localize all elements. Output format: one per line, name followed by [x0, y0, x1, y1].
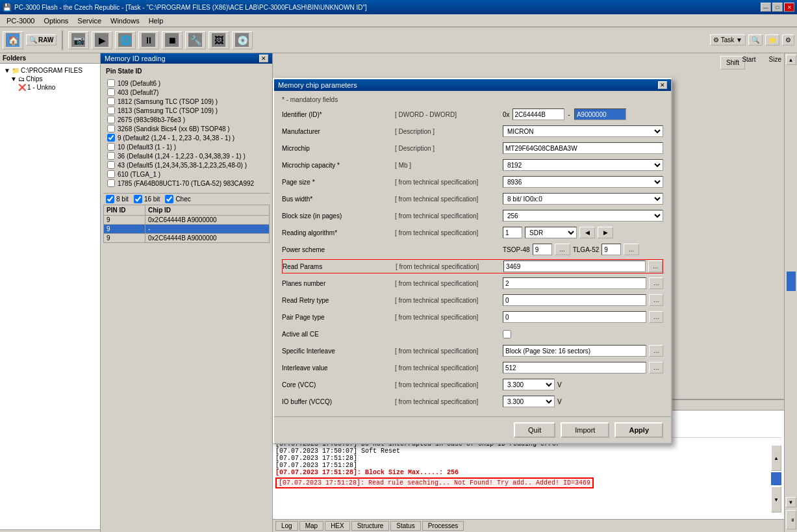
blocksize-spec: [ from technical specification]	[392, 212, 503, 220]
interleave-input[interactable]	[503, 345, 646, 357]
vccq-spec: [ from technical specification]	[392, 398, 503, 405]
blocksize-label: Block size (in pages)	[282, 212, 392, 220]
dialog-overlay: Memory chip parameters ✕ * - mandatory f…	[0, 0, 797, 532]
powerscheme-row: Power scheme TSOP-48 … TLGA-52 …	[282, 242, 663, 257]
vccq-dropdown[interactable]: 3.300	[503, 396, 555, 407]
readparams-spec: [ from technical specification]	[393, 263, 503, 270]
tsop48-btn[interactable]: …	[555, 244, 570, 255]
capacity-label: Microchip capacity *	[282, 162, 392, 169]
readalgo-btn-prev[interactable]: ◀	[579, 227, 595, 238]
blocksize-row: Block size (in pages) [ from technical s…	[282, 209, 663, 223]
readalgo-dropdown[interactable]: SDR	[525, 227, 577, 238]
planes-value: …	[503, 277, 663, 289]
capacity-value: 8192	[503, 159, 663, 171]
identifier-label: Identifier (ID)*	[282, 111, 392, 118]
vcc-value: 3.300 V	[503, 379, 663, 390]
pairpage-label: Pair Page type	[282, 314, 392, 321]
interleave-btn[interactable]: …	[649, 345, 663, 357]
readretry-label: Read Retry type	[282, 297, 392, 304]
activece-cb[interactable]	[503, 330, 511, 338]
blocksize-value: 256	[503, 210, 663, 222]
vcc-label: Core (VCC)	[282, 381, 392, 388]
readretry-btn[interactable]: …	[649, 294, 663, 306]
capacity-spec: [ Mb ]	[392, 162, 503, 169]
activece-label: Active all CE	[282, 331, 392, 338]
readalgo-btn-next[interactable]: ▶	[598, 227, 613, 238]
pairpage-value: …	[503, 311, 663, 323]
blocksize-dropdown[interactable]: 256	[503, 210, 663, 222]
tlga52-input[interactable]	[601, 244, 621, 255]
readalgo-row: Reading algorithm* [ from technical spec…	[282, 225, 663, 240]
planes-input[interactable]	[503, 277, 646, 289]
pairpage-spec: [ from technical specification]	[392, 314, 503, 321]
buswidth-dropdown[interactable]: 8 bit/ IO0x:0	[503, 193, 663, 205]
interleaveval-btn[interactable]: …	[649, 362, 663, 374]
dialog-body: * - mandatory fields Identifier (ID)* [ …	[274, 91, 671, 416]
manufacturer-dropdown[interactable]: MICRON	[503, 125, 663, 137]
capacity-dropdown[interactable]: 8192	[503, 159, 663, 171]
buswidth-row: Bus width* [ from technical specificatio…	[282, 192, 663, 206]
activece-value	[503, 330, 663, 338]
import-button[interactable]: Import	[561, 422, 609, 438]
vcc-spec: [ from technical specification]	[392, 381, 503, 388]
readparams-value: …	[503, 260, 663, 272]
buswidth-spec: [ from technical specification]	[392, 196, 503, 203]
vccq-unit: V	[557, 398, 562, 405]
powerscheme-label: Power scheme	[282, 246, 392, 253]
manufacturer-row: Manufacturer [ Description ] MICRON	[282, 124, 663, 138]
manufacturer-spec: [ Description ]	[392, 128, 503, 135]
planes-row: Planes number [ from technical specifica…	[282, 276, 663, 290]
id-input-2[interactable]	[574, 108, 626, 120]
apply-button[interactable]: Apply	[614, 422, 663, 438]
chip-params-dialog: Memory chip parameters ✕ * - mandatory f…	[273, 78, 672, 444]
manufacturer-label: Manufacturer	[282, 128, 392, 135]
readalgo-input1[interactable]	[503, 227, 522, 238]
dialog-title-bar: Memory chip parameters ✕	[274, 79, 671, 91]
buswidth-value: 8 bit/ IO0x:0	[503, 193, 663, 205]
activece-row: Active all CE	[282, 327, 663, 341]
pagesize-dropdown[interactable]: 8936	[503, 176, 663, 188]
readalgo-value: SDR ◀ ▶	[503, 227, 663, 238]
dialog-close-button[interactable]: ✕	[658, 81, 667, 89]
id-row: 0x -	[503, 108, 626, 120]
pagesize-row: Page size * [ from technical specificati…	[282, 175, 663, 189]
pairpage-row: Pair Page type [ from technical specific…	[282, 310, 663, 324]
interleaveval-input[interactable]	[503, 362, 646, 374]
readparams-label: Read Params	[283, 263, 393, 270]
interleaveval-label: Interleave value	[282, 364, 392, 372]
readretry-spec: [ from technical specification]	[392, 297, 503, 304]
interleave-value: …	[503, 345, 663, 357]
pairpage-input[interactable]	[503, 311, 646, 323]
vcc-row: Core (VCC) [ from technical specificatio…	[282, 377, 663, 392]
vccq-value: 3.300 V	[503, 396, 663, 407]
vcc-dropdown[interactable]: 3.300	[503, 379, 555, 390]
tlga52-btn[interactable]: …	[624, 244, 639, 255]
readparams-btn[interactable]: …	[648, 260, 663, 272]
identifier-row: Identifier (ID)* [ DWORD - DWORD] 0x -	[282, 107, 663, 121]
identifier-spec: [ DWORD - DWORD]	[392, 111, 503, 118]
planes-spec: [ from technical specification]	[392, 280, 503, 287]
interleaveval-spec: [ from technical specification]	[392, 364, 503, 372]
id-input-1[interactable]	[512, 108, 564, 120]
readretry-row: Read Retry type [ from technical specifi…	[282, 293, 663, 307]
readparams-input[interactable]	[503, 260, 646, 272]
interleave-row: Specific Interleave [ from technical spe…	[282, 344, 663, 358]
readretry-value: …	[503, 294, 663, 306]
readparams-row: Read Params [ from technical specificati…	[282, 259, 663, 273]
readalgo-label: Reading algorithm*	[282, 229, 392, 236]
tsop48-input[interactable]	[533, 244, 552, 255]
id-dash: -	[567, 111, 572, 118]
pairpage-btn[interactable]: …	[649, 311, 663, 323]
microchip-spec: [ Description ]	[392, 145, 503, 152]
interleaveval-row: Interleave value [ from technical specif…	[282, 361, 663, 375]
id-prefix: 0x	[503, 111, 510, 118]
pagesize-spec: [ from technical specification]	[392, 179, 503, 186]
powerscheme-value: TSOP-48 … TLGA-52 …	[503, 244, 663, 255]
dialog-footer: Quit Import Apply	[274, 416, 671, 443]
readretry-input[interactable]	[503, 294, 646, 306]
planes-label: Planes number	[282, 280, 392, 287]
planes-btn[interactable]: …	[649, 277, 663, 289]
microchip-input[interactable]	[503, 142, 663, 154]
quit-button[interactable]: Quit	[514, 422, 555, 438]
interleaveval-value: …	[503, 362, 663, 374]
